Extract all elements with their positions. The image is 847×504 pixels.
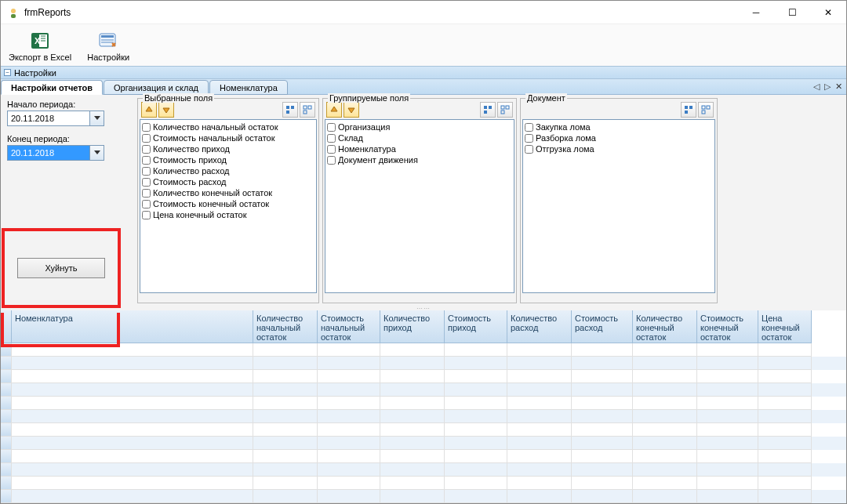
- checkbox[interactable]: [327, 156, 336, 165]
- table-row[interactable]: [1, 450, 846, 463]
- export-label: Экспорт в Excel: [9, 53, 71, 62]
- svg-rect-25: [689, 106, 693, 109]
- column-header[interactable]: Количество начальный остаток: [253, 310, 318, 343]
- selected-fields-group: Выбранные поля Количество начальный оста…: [137, 98, 319, 303]
- checkbox[interactable]: [327, 134, 336, 143]
- list-item[interactable]: Стоимость приход: [142, 154, 314, 165]
- svg-rect-12: [286, 106, 289, 109]
- column-header[interactable]: Стоимость приход: [445, 310, 507, 343]
- checkbox[interactable]: [142, 145, 151, 154]
- table-row[interactable]: [1, 437, 846, 450]
- table-row[interactable]: [1, 490, 846, 503]
- list-item[interactable]: Количество конечный остаток: [142, 187, 314, 198]
- check-all-button[interactable]: [681, 102, 696, 118]
- checkbox[interactable]: [142, 200, 151, 208]
- close-button[interactable]: ✕: [810, 1, 846, 24]
- settings-panel-header[interactable]: − Настройки: [1, 66, 846, 80]
- end-date-label: Конец периода:: [7, 134, 131, 143]
- checkbox[interactable]: [142, 167, 151, 176]
- checkbox[interactable]: [142, 211, 151, 219]
- tab-report-settings[interactable]: Настройки отчетов: [1, 80, 103, 95]
- report-settings-content: Начало периода: Конец периода: Хуйнуть В…: [1, 95, 846, 306]
- svg-rect-22: [506, 106, 509, 109]
- move-down-button[interactable]: [158, 102, 174, 118]
- list-item-label: Отгрузка лома: [536, 144, 594, 154]
- column-header[interactable]: Количество конечный остаток: [633, 310, 697, 343]
- grouped-fields-group: Группируемые поля ОрганизацияСкладНоменк…: [322, 98, 517, 303]
- tab-next-icon[interactable]: ▷: [823, 81, 832, 92]
- table-row[interactable]: [1, 410, 846, 423]
- column-header[interactable]: Стоимость расход: [572, 310, 633, 343]
- grouped-fields-list[interactable]: ОрганизацияСкладНоменклатураДокумент дви…: [325, 119, 514, 293]
- document-list[interactable]: Закупка ломаРазборка ломаОтгрузка лома: [522, 119, 715, 293]
- period-column: Начало периода: Конец периода: Хуйнуть: [1, 95, 137, 306]
- highlight-box: Хуйнуть: [2, 228, 121, 308]
- column-header[interactable]: Количество приход: [380, 310, 445, 343]
- checkbox[interactable]: [142, 189, 151, 198]
- table-row[interactable]: [1, 370, 846, 383]
- window-title: frmReports: [24, 7, 738, 18]
- list-item[interactable]: Стоимость расход: [142, 176, 314, 187]
- run-button[interactable]: Хуйнуть: [17, 258, 105, 278]
- column-header[interactable]: Стоимость начальный остаток: [318, 310, 380, 343]
- column-header[interactable]: Количество расход: [507, 310, 572, 343]
- list-item[interactable]: Номенклатура: [327, 143, 512, 154]
- uncheck-all-button[interactable]: [300, 102, 315, 118]
- list-item[interactable]: Количество приход: [142, 143, 314, 154]
- checkbox[interactable]: [327, 123, 336, 132]
- checkbox[interactable]: [142, 156, 151, 165]
- uncheck-all-button[interactable]: [497, 102, 513, 118]
- list-item[interactable]: Документ движения: [327, 154, 512, 165]
- minimize-button[interactable]: ─: [738, 1, 774, 24]
- check-all-button[interactable]: [480, 102, 496, 118]
- tab-nomenclature[interactable]: Номенклатура: [209, 80, 288, 95]
- selected-fields-list[interactable]: Количество начальный остатокСтоимость на…: [140, 119, 317, 293]
- checkbox[interactable]: [327, 145, 336, 154]
- table-row[interactable]: [1, 477, 846, 490]
- checkbox[interactable]: [142, 123, 151, 132]
- table-row[interactable]: [1, 357, 846, 370]
- list-item[interactable]: Количество начальный остаток: [142, 121, 314, 132]
- list-item[interactable]: Разборка лома: [525, 132, 713, 143]
- list-item[interactable]: Склад: [327, 132, 512, 143]
- table-row[interactable]: [1, 383, 846, 397]
- table-row[interactable]: [1, 423, 846, 437]
- start-date-input[interactable]: [7, 111, 90, 126]
- table-row[interactable]: [1, 397, 846, 410]
- checkbox[interactable]: [142, 178, 151, 187]
- move-up-button[interactable]: [141, 102, 157, 118]
- column-header[interactable]: Стоимость конечный остаток: [697, 310, 758, 343]
- collapse-icon[interactable]: −: [4, 69, 11, 76]
- checkbox[interactable]: [142, 134, 151, 143]
- move-up-button[interactable]: [326, 102, 342, 118]
- list-item[interactable]: Стоимость конечный остаток: [142, 198, 314, 209]
- start-date-dropdown[interactable]: [90, 111, 104, 126]
- list-item-label: Склад: [338, 133, 363, 143]
- table-row[interactable]: [1, 463, 846, 477]
- checkbox[interactable]: [525, 123, 533, 132]
- uncheck-all-button[interactable]: [698, 102, 714, 118]
- grid-body[interactable]: [1, 343, 846, 503]
- end-date-dropdown[interactable]: [90, 145, 104, 161]
- end-date-input[interactable]: [7, 145, 90, 161]
- export-excel-button[interactable]: X Экспорт в Excel: [9, 31, 71, 62]
- column-header[interactable]: Номенклатура: [12, 310, 253, 343]
- maximize-button[interactable]: ☐: [774, 1, 810, 24]
- tab-close-icon[interactable]: ✕: [834, 81, 843, 92]
- list-item[interactable]: Количество расход: [142, 165, 314, 176]
- column-header[interactable]: Цена конечный остаток: [758, 310, 812, 343]
- settings-toolbar-button[interactable]: Настройки: [87, 31, 129, 62]
- list-item[interactable]: Организация: [327, 121, 512, 132]
- check-all-button[interactable]: [282, 102, 298, 118]
- list-item[interactable]: Стоимость начальный остаток: [142, 132, 314, 143]
- list-item[interactable]: Цена конечный остаток: [142, 209, 314, 220]
- tab-prev-icon[interactable]: ◁: [812, 81, 821, 92]
- checkbox[interactable]: [525, 145, 533, 154]
- list-item[interactable]: Закупка лома: [525, 121, 713, 132]
- list-item-label: Количество расход: [153, 166, 230, 176]
- table-row[interactable]: [1, 343, 846, 357]
- move-down-button[interactable]: [344, 102, 359, 118]
- tabs-row: Настройки отчетов Организация и склад Но…: [1, 79, 846, 95]
- checkbox[interactable]: [525, 134, 533, 143]
- list-item[interactable]: Отгрузка лома: [525, 143, 713, 154]
